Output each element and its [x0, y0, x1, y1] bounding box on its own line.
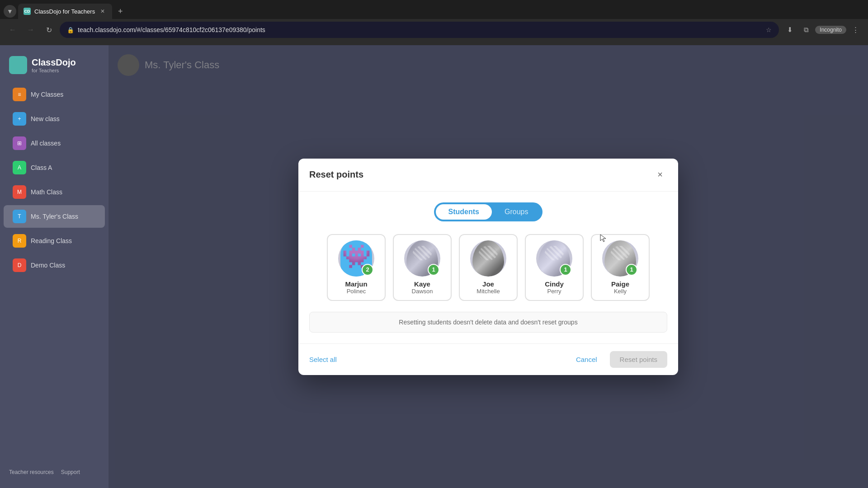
sidebar-icon-myclasses: ≡: [13, 88, 26, 101]
student-card-cindy[interactable]: 1 Cindy Perry: [525, 234, 584, 301]
app-background: ClassDojo for Teachers ≡ My Classes + Ne…: [0, 45, 868, 488]
modal-close-button[interactable]: ×: [653, 168, 667, 182]
student-card-joe[interactable]: Joe Mitchelle: [459, 234, 518, 301]
tab-close-btn[interactable]: ✕: [99, 7, 107, 15]
active-tab[interactable]: CD ClassDojo for Teachers ✕: [18, 4, 112, 19]
groups-tab-button[interactable]: Groups: [492, 204, 541, 220]
student-avatar-wrap-paige: 1: [602, 240, 638, 277]
reset-points-modal: Reset points × Students Groups: [298, 159, 678, 375]
download-icon[interactable]: ⬇: [783, 23, 797, 37]
student-card-kaye[interactable]: 1 Kaye Dawson: [393, 234, 452, 301]
students-grid: 2 Marjun Polinec 1: [309, 234, 667, 301]
view-toggle: Students Groups: [434, 202, 543, 221]
tab-bar: ▼ CD ClassDojo for Teachers ✕ +: [0, 0, 868, 19]
brand-sub: for Teachers: [32, 68, 76, 73]
tab-title: ClassDojo for Teachers: [34, 8, 95, 15]
footer-right: Cancel Reset points: [569, 351, 667, 368]
sidebar-item-allclasses[interactable]: ⊞ All classes: [4, 132, 105, 155]
footer-support[interactable]: Support: [61, 469, 80, 475]
incognito-badge: Incognito: [815, 26, 846, 34]
nav-back-btn[interactable]: ←: [5, 23, 20, 37]
sidebar-label-democlass: Demo Class: [31, 262, 65, 269]
student-lastname-kaye: Dawson: [412, 288, 433, 295]
student-lastname-paige: Kelly: [614, 288, 627, 295]
student-firstname-marjun: Marjun: [345, 280, 367, 288]
sidebar-label-myclasses: My Classes: [31, 91, 63, 98]
extension-icon[interactable]: ⧉: [799, 23, 813, 37]
sidebar-label-newclass: New class: [31, 115, 60, 122]
sidebar: ClassDojo for Teachers ≡ My Classes + Ne…: [0, 45, 108, 488]
student-lastname-joe: Mitchelle: [476, 288, 500, 295]
modal-footer: Select all Cancel Reset points: [298, 343, 678, 375]
footer-teacher-resources[interactable]: Teacher resources: [9, 469, 54, 475]
brand-name: ClassDojo: [32, 57, 76, 68]
select-all-button[interactable]: Select all: [309, 352, 337, 367]
bookmark-star-icon[interactable]: ☆: [766, 26, 772, 33]
student-badge-paige: 1: [626, 264, 637, 276]
new-tab-button[interactable]: +: [114, 5, 127, 18]
student-avatar-wrap-cindy: 1: [536, 240, 572, 277]
sidebar-item-myclasses[interactable]: ≡ My Classes: [4, 83, 105, 106]
student-avatar-wrap-marjun: 2: [338, 240, 374, 277]
student-avatar-joe: [470, 240, 506, 277]
modal-title: Reset points: [309, 169, 363, 180]
modal-overlay: Reset points × Students Groups: [108, 45, 868, 488]
address-text: teach.classdojo.com/#/classes/65974c810c…: [78, 26, 762, 33]
sidebar-item-newclass[interactable]: + New class: [4, 108, 105, 130]
address-lock-icon: 🔒: [67, 27, 74, 33]
sidebar-icon-readingclass: R: [13, 234, 26, 248]
sidebar-item-democlass[interactable]: D Demo Class: [4, 254, 105, 277]
students-tab-button[interactable]: Students: [436, 204, 492, 220]
sidebar-label-mathclass: Math Class: [31, 188, 62, 196]
sidebar-icon-democlass: D: [13, 258, 26, 272]
student-lastname-cindy: Perry: [547, 288, 561, 295]
cancel-button[interactable]: Cancel: [569, 352, 604, 367]
modal-header: Reset points ×: [298, 159, 678, 192]
sidebar-label-allclasses: All classes: [31, 140, 61, 147]
main-content: Ms. Tyler's Class Reset points × Student…: [108, 45, 868, 488]
nav-refresh-btn[interactable]: ↻: [42, 23, 56, 37]
egg-avatar-joe: [472, 240, 504, 277]
student-card-paige[interactable]: 1 Paige Kelly: [591, 234, 650, 301]
sidebar-label-classa: Class A: [31, 164, 52, 171]
student-avatar-wrap-joe: [470, 240, 506, 277]
info-message: Resetting students doesn't delete data a…: [309, 312, 667, 333]
sidebar-item-classa[interactable]: A Class A: [4, 156, 105, 179]
sidebar-item-readingclass[interactable]: R Reading Class: [4, 230, 105, 252]
student-badge-kaye: 1: [428, 264, 439, 276]
sidebar-brand: ClassDojo for Teachers: [0, 52, 108, 81]
nav-forward-btn[interactable]: →: [24, 23, 38, 37]
reset-points-button[interactable]: Reset points: [610, 351, 667, 368]
brand-logo: [9, 56, 27, 74]
info-message-text: Resetting students doesn't delete data a…: [399, 319, 577, 326]
sidebar-item-mathclass[interactable]: M Math Class: [4, 181, 105, 203]
sidebar-icon-classa: A: [13, 161, 26, 174]
sidebar-icon-tylerclass: T: [13, 210, 26, 223]
student-lastname-marjun: Polinec: [347, 288, 366, 295]
sidebar-footer: Teacher resources Support: [0, 464, 108, 481]
sidebar-icon-newclass: +: [13, 112, 26, 126]
student-badge-marjun: 2: [362, 264, 373, 276]
sidebar-item-tylerclass[interactable]: T Ms. Tyler's Class: [4, 205, 105, 228]
student-card-marjun[interactable]: 2 Marjun Polinec: [327, 234, 386, 301]
modal-body: Students Groups 2: [298, 192, 678, 343]
toolbar-right: ⬇ ⧉ Incognito ⋮: [783, 23, 863, 37]
more-menu-icon[interactable]: ⋮: [848, 23, 863, 37]
student-firstname-paige: Paige: [611, 280, 629, 288]
sidebar-label-readingclass: Reading Class: [31, 237, 72, 244]
student-firstname-cindy: Cindy: [545, 280, 564, 288]
sidebar-icon-allclasses: ⊞: [13, 136, 26, 150]
student-firstname-joe: Joe: [482, 280, 494, 288]
sidebar-label-tylerclass: Ms. Tyler's Class: [31, 213, 78, 220]
student-firstname-kaye: Kaye: [414, 280, 430, 288]
tab-favicon: CD: [24, 8, 31, 15]
address-bar[interactable]: 🔒 teach.classdojo.com/#/classes/65974c81…: [60, 22, 779, 38]
sidebar-icon-mathclass: M: [13, 185, 26, 199]
address-bar-row: ← → ↻ 🔒 teach.classdojo.com/#/classes/65…: [0, 19, 868, 41]
browser-chrome: ▼ CD ClassDojo for Teachers ✕ + ← → ↻ 🔒 …: [0, 0, 868, 45]
student-avatar-wrap-kaye: 1: [404, 240, 440, 277]
tab-nav-back[interactable]: ▼: [4, 5, 16, 18]
student-badge-cindy: 1: [560, 264, 571, 276]
